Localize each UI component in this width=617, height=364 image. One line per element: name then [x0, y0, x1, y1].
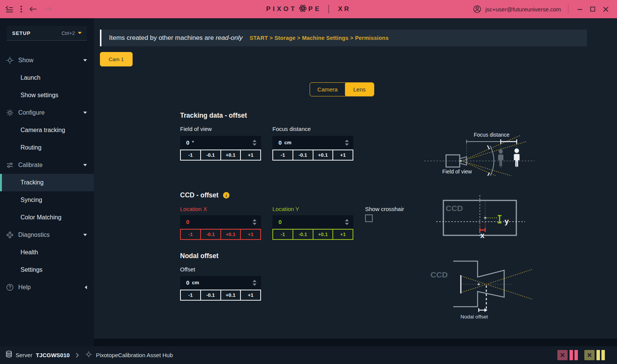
banner-message: Items created by other machines are read… [109, 34, 243, 42]
show-icon [6, 57, 14, 64]
mode-selector[interactable]: SETUP Ctrl+2 [7, 26, 87, 41]
ccd-x-label: x [480, 231, 484, 238]
step-plus-1-button[interactable]: +1 [332, 229, 353, 240]
focus-distance-input[interactable]: 0 cm [272, 136, 353, 149]
step-minus-01-button[interactable]: -0.1 [293, 229, 313, 240]
location-x-label: Location X [180, 206, 207, 212]
sidebar-item-show-settings[interactable]: Show settings [0, 87, 94, 104]
minimize-button[interactable] [575, 5, 584, 14]
sidebar-item-routing[interactable]: Routing [0, 139, 94, 156]
server-name: TJCGWS010 [36, 352, 70, 358]
spinner-arrows[interactable] [253, 219, 256, 225]
info-icon[interactable]: i [223, 192, 229, 199]
sidebar-item-color-matching[interactable]: Color Matching [0, 209, 94, 226]
sidebar-item-tracking[interactable]: Tracking [0, 174, 94, 191]
app-window: PIXOT PE XR [0, 0, 617, 364]
section-title-tracking-offset: Tracking data - offset [180, 112, 247, 120]
maximize-button[interactable] [588, 5, 597, 14]
breadcrumb[interactable]: START > Storage > Machine Settings > Per… [250, 35, 389, 41]
step-plus-01-button[interactable]: +0.1 [313, 229, 334, 240]
nodal-offset-input[interactable]: 0 cm [180, 276, 261, 289]
field-of-view-input[interactable]: 0 ° [180, 136, 261, 149]
status-group-pink [557, 350, 578, 360]
show-crosshair-label: Show crosshair [365, 206, 404, 212]
step-minus-01-button[interactable]: -0.1 [200, 229, 221, 240]
focus-distance-step-buttons: -1 -0.1 +0.1 +1 [272, 150, 353, 161]
field-of-view-label: Field of view [180, 126, 212, 132]
sidebar-item-show[interactable]: Show [0, 52, 94, 69]
forward-arrow-icon[interactable] [44, 6, 52, 13]
read-only-banner: Items created by other machines are read… [100, 30, 587, 46]
step-minus-01-button[interactable]: -0.1 [200, 290, 221, 301]
step-minus-01-button[interactable]: -0.1 [293, 150, 313, 161]
step-minus-1-button[interactable]: -1 [272, 229, 293, 240]
field-of-view-diagram-label: Field of view [442, 169, 472, 175]
ccd-diagram-title: CCD [446, 204, 463, 213]
status-stop-yellow-icon[interactable] [584, 350, 595, 360]
spinner-arrows[interactable] [253, 140, 256, 146]
location-y-label: Location Y [272, 206, 299, 212]
user-avatar-icon[interactable] [473, 5, 481, 13]
location-x-input[interactable]: 0 [180, 215, 261, 228]
section-title-ccd-offset: CCD - offset i [180, 191, 229, 199]
atom-icon [298, 4, 307, 15]
sidebar-item-launch[interactable]: Launch [0, 69, 94, 87]
toggle-lens[interactable]: Lens [345, 83, 374, 96]
nodal-ccd-label: CCD [430, 270, 448, 279]
sidebar: SETUP Ctrl+2 Show Launch Show setting [0, 18, 94, 346]
server-label: Server [16, 352, 32, 358]
sidebar-item-diagnostics[interactable]: Diagnostics [0, 226, 94, 244]
location-y-step-buttons: -1 -0.1 +0.1 +1 [272, 229, 353, 240]
close-button[interactable] [601, 5, 610, 14]
step-minus-1-button[interactable]: -1 [180, 229, 201, 240]
mode-label: SETUP [12, 30, 30, 36]
titlebar: PIXOT PE XR [0, 0, 617, 18]
step-plus-01-button[interactable]: +0.1 [220, 229, 241, 240]
banner-emphasis: read-only [216, 34, 243, 41]
chevron-down-icon [83, 164, 87, 166]
step-plus-01-button[interactable]: +0.1 [220, 150, 241, 161]
step-minus-1-button[interactable]: -1 [272, 150, 293, 161]
spinner-arrows[interactable] [253, 280, 256, 286]
logo-text-right: PE [308, 5, 322, 13]
collapse-sidebar-icon[interactable] [5, 6, 14, 13]
sidebar-item-camera-tracking[interactable]: Camera tracking [0, 121, 94, 139]
status-pause-pink-icon[interactable] [570, 350, 578, 360]
user-email[interactable]: jsc+user@futureuniverse.com [485, 6, 561, 13]
status-stop-pink-icon[interactable] [557, 350, 568, 360]
sidebar-item-help[interactable]: Help [0, 279, 94, 296]
step-plus-1-button[interactable]: +1 [332, 150, 353, 161]
location-y-input[interactable]: 0 [272, 215, 353, 228]
sidebar-item-calibrate[interactable]: Calibrate [0, 156, 94, 174]
logo-divider [328, 5, 329, 13]
step-plus-01-button[interactable]: +0.1 [220, 290, 241, 301]
sidebar-item-settings[interactable]: Settings [0, 261, 94, 279]
person-white [514, 148, 520, 167]
nodal-offset-step-buttons: -1 -0.1 +0.1 +1 [180, 290, 261, 301]
step-plus-1-button[interactable]: +1 [240, 150, 261, 161]
sidebar-item-health[interactable]: Health [0, 244, 94, 261]
cam-1-tab[interactable]: Cam 1 [100, 52, 133, 66]
toggle-camera[interactable]: Camera [310, 83, 345, 96]
chevron-left-icon [85, 285, 87, 289]
back-arrow-icon[interactable] [29, 6, 37, 13]
step-minus-1-button[interactable]: -1 [180, 290, 201, 301]
step-plus-1-button[interactable]: +1 [240, 229, 261, 240]
logo-text-left: PIXOT [266, 5, 297, 13]
step-plus-1-button[interactable]: +1 [240, 290, 261, 301]
asset-hub-name[interactable]: PixotopeCalibration Asset Hub [96, 352, 173, 358]
sidebar-item-syncing[interactable]: Syncing [0, 191, 94, 209]
gear-icon [6, 109, 14, 117]
step-plus-01-button[interactable]: +0.1 [313, 150, 334, 161]
status-pause-yellow-icon[interactable] [596, 350, 605, 360]
spinner-arrows[interactable] [345, 219, 349, 225]
spinner-arrows[interactable] [345, 140, 349, 146]
step-minus-1-button[interactable]: -1 [180, 150, 201, 161]
step-minus-01-button[interactable]: -0.1 [200, 150, 221, 161]
health-cross-icon [6, 231, 14, 239]
sidebar-item-configure[interactable]: Configure [0, 104, 94, 121]
help-icon [6, 284, 14, 291]
show-crosshair-checkbox[interactable] [365, 214, 373, 222]
chevron-down-icon [83, 59, 87, 61]
menu-kebab-icon[interactable] [21, 6, 22, 13]
